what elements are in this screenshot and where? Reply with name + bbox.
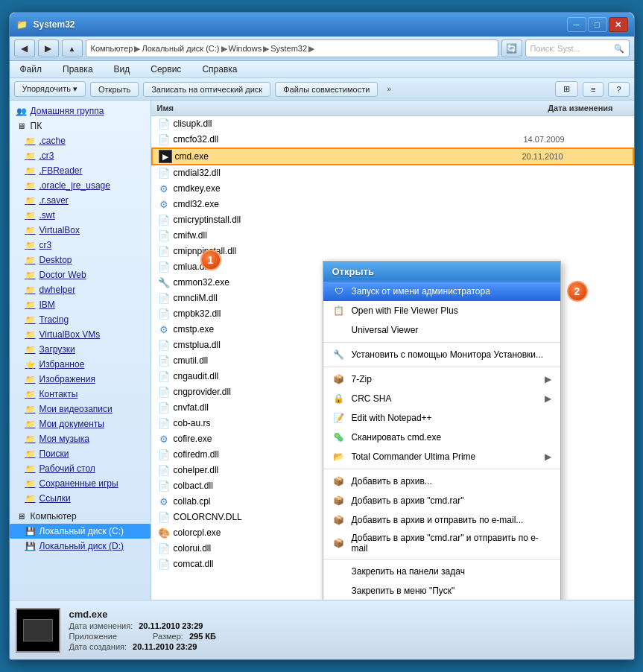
back-button[interactable]: ◀: [14, 39, 35, 57]
sidebar-label-videos: Мои видеозаписи: [39, 404, 113, 414]
burn-button[interactable]: Записать на оптический диск: [143, 82, 270, 97]
sidebar-item-links[interactable]: 📁 Ссылки: [10, 491, 151, 506]
details-button[interactable]: ≡: [583, 82, 604, 97]
sidebar-item-downloads[interactable]: 📁 Загрузки: [10, 342, 151, 357]
ctx-totalcommander[interactable]: 📂 Total Commander Ultima Prime ▶: [323, 447, 560, 466]
sidebar-item-desktop[interactable]: 📁 Desktop: [10, 253, 151, 267]
ctx-pin-taskbar[interactable]: Закрепить на панели задач: [323, 562, 560, 581]
ctx-label: Добавить в архив и отправить по e-mail..…: [352, 515, 524, 525]
ctx-add-archive-rar[interactable]: 📦 Добавить в архив "cmd.rar": [323, 491, 560, 510]
table-row[interactable]: 📄 cmcfo32.dll 14.07.2009: [151, 132, 634, 148]
folder-icon: 📁: [25, 239, 37, 251]
sidebar-label-contacts: Контакты: [39, 389, 78, 399]
sidebar-item-homegroup[interactable]: 👥 Домашняя группа: [10, 104, 151, 118]
sidebar-item-virtualbox[interactable]: 📁 VirtualBox: [10, 223, 151, 238]
menubar: Файл Правка Вид Сервис Справка: [10, 61, 634, 78]
sidebar-item-videos[interactable]: 📁 Мои видеозаписи: [10, 402, 151, 416]
close-button[interactable]: ✕: [609, 17, 628, 32]
submenu-arrow: ▶: [545, 451, 551, 462]
sidebar-item-oracle[interactable]: 📁 .oracle_jre_usage: [10, 178, 151, 193]
sidebar-label-ddrive: Локальный диск (D:): [39, 541, 124, 551]
table-row[interactable]: 📄 clisupk.dll: [151, 116, 634, 132]
table-row[interactable]: 📄 cmdial32.dll: [151, 165, 634, 181]
breadcrumb-drive[interactable]: Локальный диск (C:): [142, 44, 219, 53]
menu-view[interactable]: Вид: [110, 63, 135, 76]
breadcrumb-system32[interactable]: System32: [270, 44, 307, 53]
compatibility-button[interactable]: Файлы совместимости: [275, 82, 378, 97]
ctx-add-email[interactable]: 📦 Добавить в архив и отправить по e-mail…: [323, 510, 560, 530]
status-type-label: Приложение: [69, 632, 118, 641]
sidebar-item-fbreader[interactable]: 📁 .FBReader: [10, 163, 151, 178]
sidebar-item-cr3b[interactable]: 📁 cr3: [10, 238, 151, 253]
table-row[interactable]: ⚙ cmdl32.exe: [151, 197, 634, 212]
sidebar-item-cdrive[interactable]: 💾 Локальный диск (C:): [10, 524, 151, 539]
maximize-button[interactable]: □: [588, 17, 607, 32]
folder-icon: 📁: [25, 373, 37, 385]
sidebar-item-swt[interactable]: 📁 .swt: [10, 208, 151, 223]
menu-file[interactable]: Файл: [16, 63, 47, 76]
minimize-button[interactable]: ─: [567, 17, 586, 32]
sidebar-item-images[interactable]: 📁 Изображения: [10, 372, 151, 387]
menu-edit[interactable]: Правка: [58, 63, 98, 76]
sidebar-item-drweb[interactable]: 📁 Doctor Web: [10, 267, 151, 282]
breadcrumb[interactable]: Компьютер ▶ Локальный диск (C:) ▶ Window…: [86, 39, 498, 57]
sidebar-item-cache[interactable]: 📁 .cache: [10, 133, 151, 148]
ctx-run-as-admin[interactable]: 🛡 Запуск от имени администратора: [323, 282, 560, 301]
ctx-pin-start[interactable]: Закрепить в меню "Пуск": [323, 581, 560, 600]
file-name: cmicryptinstall.dll: [174, 215, 521, 225]
table-row[interactable]: 📄 cmifw.dll: [151, 228, 634, 244]
table-row[interactable]: ⚙ cmdkey.exe: [151, 181, 634, 197]
window-controls: ─ □ ✕: [567, 17, 628, 32]
sidebar-item-ibm[interactable]: 📁 IBM: [10, 297, 151, 312]
table-row-cmd[interactable]: ▶ cmd.exe 20.11.2010: [151, 148, 634, 165]
file-name: clisupk.dll: [174, 118, 521, 129]
ctx-7zip[interactable]: 📦 7-Zip ▶: [323, 370, 560, 389]
status-thumbnail: [16, 608, 60, 653]
sidebar-item-tracing[interactable]: 📁 Tracing: [10, 312, 151, 327]
ctx-install-monitor[interactable]: 🔧 Установить с помощью Монитора Установк…: [323, 345, 560, 364]
sidebar-item-dwhelper[interactable]: 📁 dwhelper: [10, 282, 151, 297]
sidebar-item-savedgames[interactable]: 📁 Сохраненные игры: [10, 476, 151, 491]
sidebar-item-rsaver[interactable]: 📁 .r.saver: [10, 193, 151, 208]
addressbar: ◀ ▶ ▲ Компьютер ▶ Локальный диск (C:) ▶ …: [10, 37, 634, 61]
sidebar-item-vms[interactable]: 📁 VirtualBox VMs: [10, 327, 151, 342]
file-icon: 📄: [157, 542, 171, 555]
badge-1: 1: [200, 250, 221, 270]
sidebar-item-cr3[interactable]: 📁 .cr3: [10, 148, 151, 163]
ctx-label: Запуск от имени администратора: [352, 286, 490, 297]
sidebar-item-music[interactable]: 📁 Моя музыка: [10, 431, 151, 446]
ctx-add-rar-email[interactable]: 📦 Добавить в архив "cmd.rar" и отправить…: [323, 530, 560, 557]
help-button[interactable]: ?: [608, 82, 629, 97]
sidebar-item-docs[interactable]: 📁 Мои документы: [10, 416, 151, 431]
sidebar-item-favorites[interactable]: ⭐ Избранное: [10, 357, 151, 372]
file-icon: 📄: [157, 479, 171, 492]
col-name: Имя: [157, 102, 174, 114]
sidebar-item-workdesk[interactable]: 📁 Рабочий стол: [10, 461, 151, 476]
organize-button[interactable]: Упорядочить ▾: [14, 81, 86, 97]
open-button[interactable]: Открыть: [90, 82, 139, 97]
menu-help[interactable]: Справка: [197, 63, 241, 76]
ctx-crcsha[interactable]: 🔒 CRC SHA ▶: [323, 389, 560, 408]
shield-icon: 🛡: [332, 285, 346, 298]
view-button[interactable]: ⊞: [555, 81, 578, 97]
refresh-button[interactable]: 🔄: [501, 39, 522, 57]
forward-button[interactable]: ▶: [38, 39, 59, 57]
sidebar-item-searches[interactable]: 📁 Поиски: [10, 446, 151, 461]
breadcrumb-windows[interactable]: Windows: [229, 44, 262, 53]
sidebar-item-pc[interactable]: 🖥 ПК: [10, 118, 151, 133]
ctx-add-archive[interactable]: 📦 Добавить в архив...: [323, 472, 560, 491]
sidebar-item-contacts[interactable]: 📁 Контакты: [10, 387, 151, 402]
menu-service[interactable]: Сервис: [146, 63, 186, 76]
up-button[interactable]: ▲: [62, 39, 83, 57]
homegroup-icon: 👥: [16, 105, 28, 117]
table-row[interactable]: 📄 cmicryptinstall.dll: [151, 212, 634, 228]
breadcrumb-computer[interactable]: Компьютер: [91, 44, 133, 53]
sidebar-item-ddrive[interactable]: 💾 Локальный диск (D:): [10, 539, 151, 554]
table-row[interactable]: 📄 cmipnpinstall.dll: [151, 244, 634, 259]
ctx-universal-viewer[interactable]: Universal Viewer: [323, 320, 560, 340]
search-box[interactable]: Поиск: Syst... 🔍: [525, 39, 630, 57]
ctx-scan[interactable]: 🦠 Сканировать cmd.exe: [323, 428, 560, 447]
toolbar-more[interactable]: »: [382, 83, 396, 95]
ctx-notepadpp[interactable]: 📝 Edit with Notepad++: [323, 408, 560, 428]
ctx-open-fileviewer[interactable]: 📋 Open with File Viewer Plus: [323, 301, 560, 320]
